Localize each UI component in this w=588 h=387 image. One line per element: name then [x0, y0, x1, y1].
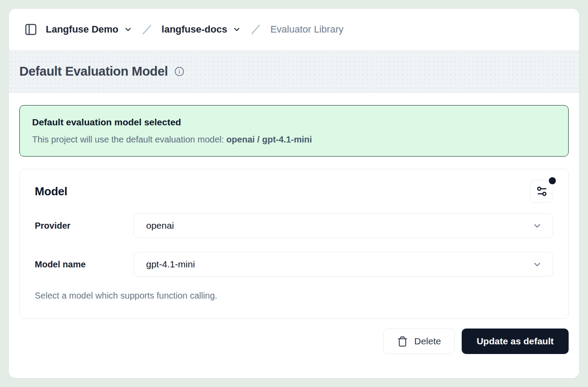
update-button-label: Update as default: [477, 336, 554, 347]
breadcrumb: Langfuse Demo langfuse-docs Evaluator Li…: [46, 23, 343, 36]
breadcrumb-project-selector[interactable]: langfuse-docs: [162, 24, 241, 35]
update-as-default-button[interactable]: Update as default: [462, 329, 569, 354]
slash-icon: [249, 23, 262, 36]
page-background: { "breadcrumb": { "organization": "Langf…: [0, 0, 588, 387]
breadcrumb-project-label: langfuse-docs: [162, 24, 227, 35]
notification-dot: [549, 177, 556, 184]
alert-message-text: This project will use the default evalua…: [32, 135, 226, 144]
provider-selected-value: openai: [146, 220, 174, 231]
slash-icon: [140, 23, 154, 36]
provider-select[interactable]: openai: [133, 213, 553, 238]
main-panel: Langfuse Demo langfuse-docs Evaluator Li…: [9, 9, 579, 378]
chevron-down-icon: [124, 25, 132, 34]
provider-label: Provider: [35, 221, 133, 231]
info-icon[interactable]: [174, 66, 184, 77]
model-card-title: Model: [35, 185, 67, 198]
page-title: Default Evaluation Model: [19, 64, 168, 79]
delete-button[interactable]: Delete: [383, 329, 455, 354]
panel-left-icon: [24, 23, 37, 36]
default-model-alert: Default evaluation model selected This p…: [19, 105, 569, 157]
chevron-down-icon: [232, 25, 241, 34]
alert-selected-model: openai / gpt-4.1-mini: [226, 135, 312, 144]
model-helper-text: Select a model which supports function c…: [35, 291, 553, 301]
delete-button-label: Delete: [414, 336, 441, 347]
top-navigation-bar: Langfuse Demo langfuse-docs Evaluator Li…: [9, 9, 579, 51]
model-name-label: Model name: [35, 259, 133, 270]
model-name-selected-value: gpt-4.1-mini: [146, 259, 195, 270]
alert-message: This project will use the default evalua…: [32, 135, 556, 145]
content-area: Default evaluation model selected This p…: [9, 93, 579, 378]
chevron-down-icon: [532, 259, 542, 270]
model-card-header: Model: [35, 180, 553, 203]
provider-field-row: Provider openai: [35, 213, 553, 238]
model-name-field-row: Model name gpt-4.1-mini: [35, 252, 553, 277]
advanced-model-settings-button[interactable]: [530, 180, 553, 203]
form-actions: Delete Update as default: [19, 329, 569, 354]
sliders-icon: [536, 185, 548, 197]
model-card: Model Provider openai: [19, 169, 569, 319]
model-name-select[interactable]: gpt-4.1-mini: [133, 252, 553, 277]
chevron-down-icon: [532, 221, 542, 231]
trash-icon: [397, 336, 408, 347]
breadcrumb-organization-label: Langfuse Demo: [46, 24, 118, 35]
alert-title: Default evaluation model selected: [32, 117, 556, 128]
breadcrumb-current-page: Evaluator Library: [270, 24, 343, 35]
sidebar-toggle-button[interactable]: [22, 21, 40, 38]
page-header: Default Evaluation Model: [9, 51, 579, 93]
breadcrumb-organization-selector[interactable]: Langfuse Demo: [46, 24, 132, 35]
